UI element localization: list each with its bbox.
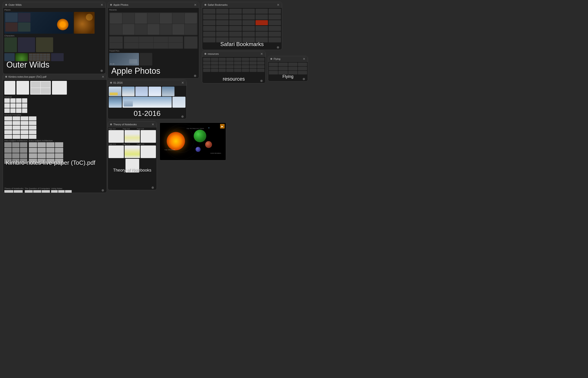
flying-window[interactable]: Flying ✕ Flying	[268, 56, 308, 81]
resources-content: resources	[202, 57, 265, 83]
safari-bookmarks-titlebar: Safari Bookmarks ✕	[202, 2, 282, 8]
theory-notebooks-window[interactable]: Theory of Notebooks ✕ Page X14 Page X15 …	[108, 122, 157, 190]
window-icon	[110, 123, 112, 125]
outer-wilds-top-row	[3, 12, 105, 34]
flying-label: Flying	[282, 74, 293, 79]
outer-wilds-titlebar: Outer Wilds ✕	[3, 2, 105, 8]
kimbro-general-row	[3, 98, 107, 114]
kimbro-two-col: General Principles	[3, 114, 107, 139]
outer-wilds-window[interactable]: Outer Wilds ✕ Places	[3, 2, 106, 74]
flying-titlebar: Flying ✕	[268, 56, 308, 62]
apple-photos-close[interactable]: ✕	[194, 4, 197, 6]
resources-grid	[202, 57, 265, 73]
kimbro-close[interactable]: ✕	[102, 76, 105, 78]
album-2016-title: 01-2016	[113, 81, 122, 84]
ow-main-screenshot	[4, 12, 73, 34]
general-principles-label: General Principles	[4, 114, 36, 116]
apple-photos-label: Apple Photos	[111, 66, 160, 76]
flight-photos-bottom	[108, 97, 186, 108]
flying-close[interactable]: ✕	[303, 58, 305, 60]
apple-photos-titlebar: Apple Photos ✕	[108, 2, 199, 8]
kimbro-scroll[interactable]	[102, 189, 104, 191]
places-label: Places	[4, 9, 104, 11]
safari-bookmarks-close[interactable]: ✕	[277, 4, 280, 6]
album-2016-label: 01-2016	[134, 109, 160, 118]
window-icon	[5, 4, 7, 6]
intra-label: Intra-Subject Architecture	[4, 139, 27, 142]
resources-window[interactable]: resources ✕	[202, 51, 266, 83]
photos-bottom-row: P1 35	[108, 53, 199, 66]
resources-scroll[interactable]	[260, 80, 263, 82]
general-label: General	[3, 95, 107, 98]
flight-photos-top	[108, 86, 186, 97]
kimbro-top-row	[3, 80, 107, 95]
album-2016-content: 01-2016	[108, 86, 186, 119]
ow-preview-img	[74, 12, 94, 34]
theory-nb-label: Theory of Notebooks	[110, 168, 155, 173]
kimbro-content: General General Principles	[3, 80, 107, 193]
bookmarks-grid	[202, 8, 282, 43]
window-icon	[205, 4, 206, 6]
flying-scroll[interactable]	[303, 78, 305, 80]
photos-main-grid	[109, 12, 198, 35]
theory-nb-title: Theory of Notebooks	[113, 123, 137, 126]
outer-wilds-title: Outer Wilds	[9, 3, 22, 6]
window-icon	[205, 53, 206, 55]
album-2016-titlebar: 01-2016 ✕	[108, 80, 186, 86]
window-icon	[5, 76, 7, 78]
photos-side-strip	[108, 36, 199, 50]
theory-nb-scroll[interactable]	[152, 187, 154, 189]
game-window[interactable]: ▶ ✈ THE TECHNOLOGY TWINS THE STRANGER DA…	[160, 122, 226, 160]
safari-scroll[interactable]	[277, 46, 279, 49]
theory-nb-titlebar: Theory of Notebooks ✕	[108, 122, 157, 127]
album-2016-close[interactable]: ✕	[181, 81, 184, 84]
outer-wilds-content: Places Charact	[3, 8, 105, 74]
window-icon	[270, 58, 272, 60]
flying-title: Flying	[274, 57, 280, 60]
game-content: ▶ ✈ THE TECHNOLOGY TWINS THE STRANGER DA…	[160, 123, 226, 160]
apple-photos-content: Recents	[108, 8, 199, 79]
album-2016-scroll[interactable]	[181, 115, 184, 118]
kimbro-window[interactable]: Kimbro-notes-live-paper (ToC).pdf ✕ Gene…	[3, 74, 107, 193]
flying-grid	[268, 62, 308, 75]
resources-close[interactable]: ✕	[260, 53, 263, 55]
outer-wilds-close[interactable]: ✕	[101, 4, 103, 6]
window-icon	[110, 4, 112, 6]
characters-section: Characters	[3, 34, 105, 37]
resources-titlebar: resources ✕	[202, 51, 265, 57]
resources-title: resources	[208, 53, 219, 55]
safari-bookmarks-title: Safari Bookmarks	[208, 3, 228, 6]
theory-nb-close[interactable]: ✕	[152, 123, 154, 126]
characters-label: Characters	[4, 35, 104, 37]
kimbro-label: Kimbro-notes-live-paper (ToC).pdf	[6, 159, 95, 166]
safari-bookmarks-window[interactable]: Safari Bookmarks ✕	[202, 2, 282, 50]
extra-label: Extra-Subject Architecture	[29, 139, 63, 142]
photos-bottom-label: Travel Pics	[108, 50, 199, 53]
album-2016-window[interactable]: 01-2016 ✕ 01-2016	[108, 80, 187, 119]
apple-photos-title: Apple Photos	[113, 3, 128, 6]
outer-wilds-label: Outer Wilds	[6, 60, 50, 70]
safari-bookmarks-label: Safari Bookmarks	[220, 41, 263, 47]
recents-label: Recents	[109, 9, 198, 11]
kimbro-title: Kimbro-notes-live-paper (ToC).pdf	[9, 75, 46, 78]
window-icon	[110, 82, 112, 84]
theory-pages-section: Page X14 Page X15 Page X16 Page XY4 Page…	[108, 127, 157, 174]
resources-label: resources	[223, 76, 245, 82]
safari-bookmarks-content: Safari Bookmarks	[202, 8, 282, 50]
recents-section: Recents	[108, 8, 199, 12]
kimbro-bottom-sections: Theory of Notebooks The Question of Comp…	[3, 164, 107, 193]
flying-content: Flying	[268, 62, 308, 81]
outer-wilds-char-row	[3, 37, 105, 53]
kimbro-titlebar: Kimbro-notes-live-paper (ToC).pdf ✕	[3, 74, 107, 80]
apple-photos-window[interactable]: Apple Photos ✕ Recents	[108, 2, 199, 79]
outer-wilds-scroll[interactable]	[101, 70, 103, 72]
apple-photos-scroll[interactable]	[194, 75, 196, 77]
theory-nb-content: Page X14 Page X15 Page X16 Page XY4 Page…	[108, 127, 157, 190]
